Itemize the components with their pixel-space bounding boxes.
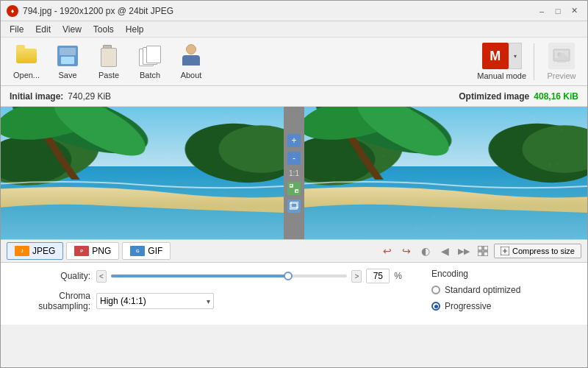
brightness-button[interactable]: ◐ [417, 243, 434, 259]
image-info-bar: Initial image: 740,29 KiB Optimized imag… [1, 86, 587, 107]
original-image-panel [1, 107, 284, 239]
app-icon: ♦ [7, 5, 18, 17]
paste-label: Paste [98, 71, 119, 79]
svg-rect-10 [484, 246, 488, 250]
prev-button[interactable]: ◀ [437, 243, 453, 259]
preview-button: Preview [542, 43, 581, 80]
zoom-out-button[interactable]: - [287, 152, 301, 165]
save-icon [55, 43, 80, 68]
toolbar: Open... Save Paste Batch [1, 38, 587, 86]
batch-icon [137, 43, 162, 68]
encoding-standard-label[interactable]: Standard optimized [445, 285, 520, 295]
paste-button[interactable]: Paste [89, 40, 129, 83]
quality-label: Quality: [10, 271, 90, 281]
grid-button[interactable] [475, 243, 491, 259]
tab-jpeg-label: JPEG [32, 246, 55, 256]
quality-slider-container: < > 75 % [96, 269, 402, 283]
save-label: Save [58, 71, 76, 79]
zoom-sync-button[interactable] [287, 199, 301, 213]
jpeg-icon: J [15, 246, 29, 256]
settings-area: Quality: < > 75 % Chroma subsampling: Hi… [1, 263, 587, 325]
zoom-fit-button[interactable] [287, 182, 301, 195]
manual-mode-icon: M [482, 43, 509, 69]
preview-label: Preview [547, 71, 576, 80]
maximize-button[interactable]: □ [551, 4, 565, 18]
format-tabs: J JPEG P PNG G GIF ↩ ↪ ◐ ◀ ▶▶ Compress t… [1, 239, 587, 263]
close-button[interactable]: ✕ [567, 4, 581, 18]
menu-view[interactable]: View [57, 23, 87, 36]
batch-button[interactable]: Batch [130, 40, 170, 83]
tab-png-label: PNG [92, 246, 111, 256]
initial-image-size: 740,29 KiB [68, 91, 111, 102]
quality-pct: % [394, 271, 402, 281]
settings-left: Quality: < > 75 % Chroma subsampling: Hi… [10, 269, 402, 319]
image-area: + - 1:1 [1, 107, 587, 239]
manual-mode-group: M ▾ Manual mode Preview [477, 43, 581, 80]
svg-rect-5 [290, 184, 293, 187]
open-label: Open... [13, 71, 40, 79]
encoding-progressive-radio[interactable] [431, 302, 440, 311]
menu-file[interactable]: File [4, 23, 29, 36]
tab-png[interactable]: P PNG [66, 242, 119, 260]
svg-rect-9 [478, 246, 482, 250]
title-bar-left: ♦ 794.jpg - 1920x1200 px @ 24bit JPEG [7, 5, 173, 17]
manual-mode-label: Manual mode [477, 71, 526, 80]
batch-label: Batch [140, 71, 160, 79]
quality-increase-button[interactable]: > [351, 270, 362, 283]
original-image-canvas [1, 107, 284, 239]
manual-mode-dropdown[interactable]: ▾ [509, 43, 522, 69]
toolbar-separator [534, 43, 534, 80]
chroma-value: High (4:1:1) [100, 296, 146, 306]
about-button[interactable]: About [171, 40, 211, 83]
title-bar: ♦ 794.jpg - 1920x1200 px @ 24bit JPEG – … [1, 1, 587, 21]
menu-tools[interactable]: Tools [87, 23, 120, 36]
encoding-progressive-label[interactable]: Progressive [445, 301, 491, 311]
save-button[interactable]: Save [48, 40, 87, 83]
preview-icon [548, 43, 575, 69]
undo-button[interactable]: ↩ [379, 243, 395, 259]
optimized-image-label: Optimized image [459, 91, 529, 102]
encoding-standard-row[interactable]: Standard optimized [431, 285, 578, 295]
redo-button[interactable]: ↪ [398, 243, 415, 259]
quality-value[interactable]: 75 [366, 269, 390, 283]
minimize-button[interactable]: – [534, 4, 549, 18]
menu-help[interactable]: Help [120, 23, 150, 36]
menu-bar: File Edit View Tools Help [1, 21, 587, 38]
gif-icon: G [130, 246, 145, 256]
zoom-controls: + - 1:1 [284, 107, 304, 239]
svg-rect-11 [478, 252, 482, 256]
chroma-row: Chroma subsampling: High (4:1:1) ▾ [10, 291, 402, 311]
compress-to-size-button[interactable]: Compress to size [494, 244, 581, 258]
optimized-image-size: 408,16 KiB [534, 91, 578, 102]
manual-mode-inner: M ▾ [482, 43, 522, 69]
encoding-progressive-row[interactable]: Progressive [431, 301, 578, 311]
tab-jpeg[interactable]: J JPEG [7, 242, 63, 260]
paste-icon [96, 43, 121, 68]
format-tabs-right: ↩ ↪ ◐ ◀ ▶▶ Compress to size [379, 243, 581, 259]
quality-slider[interactable] [111, 275, 348, 277]
quality-decrease-button[interactable]: < [96, 270, 107, 283]
about-label: About [181, 71, 202, 79]
chroma-label: Chroma subsampling: [10, 291, 90, 311]
zoom-in-button[interactable]: + [287, 134, 301, 147]
open-button[interactable]: Open... [7, 40, 46, 83]
svg-rect-12 [484, 252, 488, 256]
chroma-select[interactable]: High (4:1:1) ▾ [96, 293, 214, 309]
manual-mode-button[interactable]: M ▾ Manual mode [477, 43, 526, 80]
skip-button[interactable]: ▶▶ [456, 243, 472, 259]
window-title: 794.jpg - 1920x1200 px @ 24bit JPEG [23, 6, 173, 16]
quality-thumb[interactable] [284, 272, 293, 280]
optimized-image-panel [304, 107, 587, 239]
compress-to-size-label: Compress to size [512, 247, 575, 255]
title-controls: – □ ✕ [534, 4, 581, 18]
tab-gif[interactable]: G GIF [122, 242, 171, 260]
open-icon [14, 43, 39, 68]
quality-track [111, 275, 288, 277]
zoom-level: 1:1 [289, 169, 299, 177]
tab-gif-label: GIF [148, 246, 162, 256]
menu-edit[interactable]: Edit [29, 23, 57, 36]
svg-rect-6 [295, 190, 298, 193]
png-icon: P [74, 246, 89, 256]
initial-image-label: Initial image: [10, 91, 63, 102]
encoding-standard-radio[interactable] [431, 286, 440, 294]
